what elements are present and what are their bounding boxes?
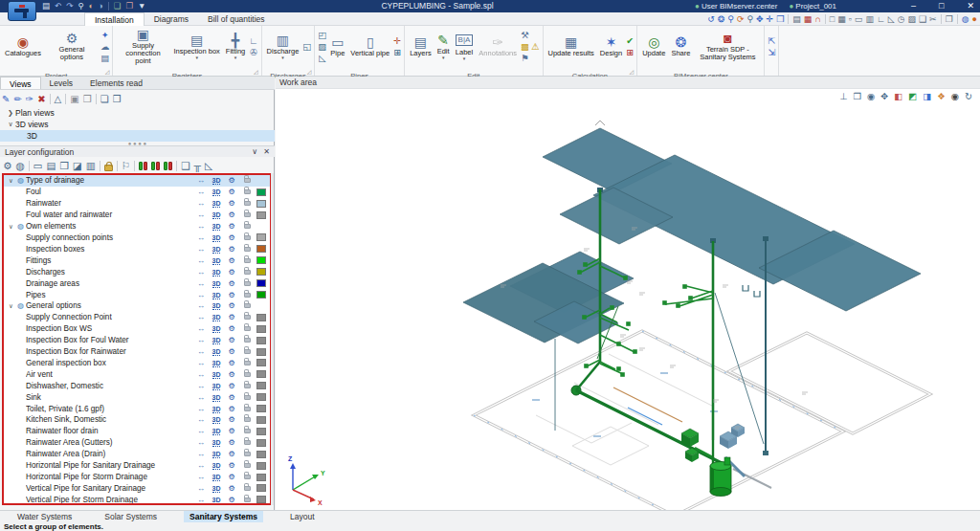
layer-color-swatch[interactable] — [256, 496, 266, 503]
layer-options-gear-icon[interactable]: ⚙ — [224, 370, 239, 379]
layer-row-rainwater-floor-drain[interactable]: Rainwater floor drain↔3D⚙ — [4, 426, 270, 437]
layer-color-swatch[interactable] — [256, 405, 266, 412]
layer-row-general-inspection-box[interactable]: General inspection box↔3D⚙ — [4, 358, 270, 369]
close-panel-icon[interactable]: ✕ — [263, 146, 270, 158]
layer-options-gear-icon[interactable]: ⚙ — [224, 415, 239, 424]
unlocked-icon[interactable] — [244, 235, 251, 240]
print-icon[interactable]: ▤ — [792, 14, 801, 24]
tree-item-3d-views[interactable]: ∨3D views — [0, 119, 275, 130]
layer-options-gear-icon[interactable]: ⚙ — [224, 450, 239, 458]
view-3d-toggle[interactable]: 3D — [209, 474, 224, 480]
check-cross-icon[interactable]: ✔ — [626, 35, 634, 46]
unlocked-icon[interactable] — [244, 395, 251, 400]
references-icon[interactable]: ↔ — [193, 496, 209, 504]
boot-icon[interactable]: ◺ — [205, 160, 212, 171]
view-3d-toggle[interactable]: 3D — [209, 383, 224, 389]
bucket-icon[interactable]: ◰ — [318, 30, 326, 40]
references-icon[interactable]: ↔ — [193, 336, 209, 344]
layer-color-swatch[interactable] — [256, 462, 266, 470]
unlocked-icon[interactable] — [244, 498, 251, 502]
view-3d-toggle[interactable]: 3D — [209, 371, 224, 378]
view-3d-toggle[interactable]: 3D — [209, 416, 224, 423]
square-icon[interactable]: □ — [830, 14, 835, 24]
spin-icon[interactable]: ❂ — [718, 14, 725, 24]
unlocked-icon[interactable] — [244, 429, 251, 433]
chevron-down-icon[interactable]: ∨ — [7, 223, 15, 231]
tab-installation[interactable]: Installation — [84, 12, 145, 26]
sphere-icon[interactable]: ● — [972, 14, 977, 24]
update-results-button[interactable]: ▦Update results — [546, 34, 596, 57]
view-3d-toggle[interactable]: 3D — [209, 188, 224, 195]
layer-row-inspection-box-ws[interactable]: Inspection Box WS↔3D⚙ — [4, 323, 270, 335]
layer-color-empty[interactable] — [256, 177, 266, 185]
unlocked-icon[interactable] — [244, 417, 251, 422]
view-3d-toggle[interactable]: 3D — [209, 325, 224, 332]
cube-icon[interactable]: ❑ — [181, 160, 189, 171]
layers-button[interactable]: ▤Layers — [408, 34, 434, 57]
view-3d-toggle[interactable]: 3D — [209, 280, 224, 287]
layer-row-vertical-pipe-for-storm-drainage[interactable]: Vertical Pipe for Storm Drainage↔3D⚙ — [4, 494, 270, 505]
share-button[interactable]: ❂Share — [669, 34, 692, 57]
chevron-down-icon[interactable]: ∨ — [7, 177, 15, 185]
bimserver-user[interactable]: ●User BIMserver.center — [695, 2, 777, 11]
unlocked-icon[interactable] — [244, 372, 251, 377]
screen-icon[interactable]: ▭ — [855, 14, 863, 24]
folder-icon[interactable]: ❒ — [113, 94, 122, 104]
hatch-icon[interactable]: ▨ — [318, 41, 326, 52]
fitting-button[interactable]: ╋Fitting▾ — [224, 33, 247, 59]
unlocked-icon[interactable] — [244, 224, 251, 229]
layer-color-swatch[interactable] — [256, 245, 266, 253]
layer-row-inspection-box-for-foul-water[interactable]: Inspection Box for Foul Water↔3D⚙ — [4, 335, 270, 346]
tab-diagrams[interactable]: Diagrams — [145, 12, 198, 26]
unlocked-icon[interactable] — [244, 303, 251, 308]
layer-options-gear-icon[interactable]: ⚙ — [224, 313, 239, 321]
view-3d-toggle[interactable]: 3D — [209, 406, 224, 412]
film-icon[interactable]: ▦ — [804, 14, 813, 24]
references-icon[interactable]: ↔ — [193, 279, 209, 288]
unlocked-icon[interactable] — [244, 361, 251, 365]
view-3d-toggle[interactable]: 3D — [209, 302, 224, 309]
unlocked-icon[interactable] — [244, 247, 251, 252]
orbit-icon[interactable]: ◉ — [867, 91, 875, 101]
select-window-icon[interactable]: ❒ — [776, 14, 784, 24]
references-icon[interactable]: ↔ — [193, 268, 209, 277]
tab-bill-of-quantities[interactable]: Bill of quantities — [198, 12, 275, 26]
layer-options-gear-icon[interactable]: ⚙ — [224, 256, 239, 265]
view-3d-toggle[interactable]: 3D — [209, 257, 224, 264]
layer-color-swatch[interactable] — [256, 233, 266, 241]
unlocked-icon[interactable] — [244, 270, 251, 275]
gear-star-icon[interactable]: ✇ — [249, 47, 257, 57]
view-3d-toggle[interactable]: 3D — [209, 246, 224, 253]
cube-icon[interactable]: ❒ — [853, 91, 861, 101]
layer-options-gear-icon[interactable]: ⚙ — [224, 176, 239, 185]
layer-color-empty[interactable] — [256, 302, 266, 310]
unlocked-icon[interactable] — [244, 315, 251, 320]
dialog-launcher-icon[interactable]: ◿ — [630, 68, 635, 75]
bottom-tab-water-systems[interactable]: Water Systems — [11, 511, 78, 522]
view-3d-toggle[interactable]: 3D — [209, 360, 224, 366]
layer-row-drainage-areas[interactable]: Drainage areas↔3D⚙ — [4, 277, 270, 289]
unlocked-icon[interactable] — [244, 258, 251, 263]
references-icon[interactable]: ↔ — [193, 324, 209, 333]
layer-row-inspection-boxes[interactable]: Inspection boxes↔3D⚙ — [4, 243, 270, 254]
layer-options-gear-icon[interactable]: ⚙ — [224, 222, 239, 231]
visibility-warning-icon[interactable]: ⚠ — [531, 41, 540, 52]
view-3d-toggle[interactable]: 3D — [209, 234, 224, 241]
zoom-window-icon[interactable]: ⚲ — [746, 14, 753, 24]
save-icon[interactable]: ▤ — [42, 0, 50, 12]
layer-options-gear-icon[interactable]: ⚙ — [224, 427, 239, 435]
layer-color-swatch[interactable] — [256, 314, 266, 321]
layer-row-foul-water-and-rainwater[interactable]: Foul water and rainwater↔3D⚙ — [4, 210, 270, 221]
view-3d-toggle[interactable]: 3D — [209, 269, 224, 276]
unlocked-icon[interactable] — [244, 178, 251, 183]
roof-icon[interactable]: ◱ — [302, 41, 311, 52]
pipe-icon[interactable]: ▭ — [33, 160, 43, 171]
orbit-icon[interactable]: ↺ — [707, 14, 715, 24]
chevron-down-icon[interactable]: ∨ — [7, 302, 15, 310]
vertical-pipe-button[interactable]: ▯Vertical pipe — [348, 34, 391, 57]
layer-options-gear-icon[interactable]: ⚙ — [224, 336, 239, 344]
axes-icon[interactable]: ⊥ — [839, 91, 847, 101]
tree-item-plan-views[interactable]: ❯Plan views — [0, 107, 275, 119]
layer-row-rainwater[interactable]: Rainwater↔3D⚙ — [4, 198, 270, 210]
layer-color-swatch[interactable] — [256, 256, 266, 264]
